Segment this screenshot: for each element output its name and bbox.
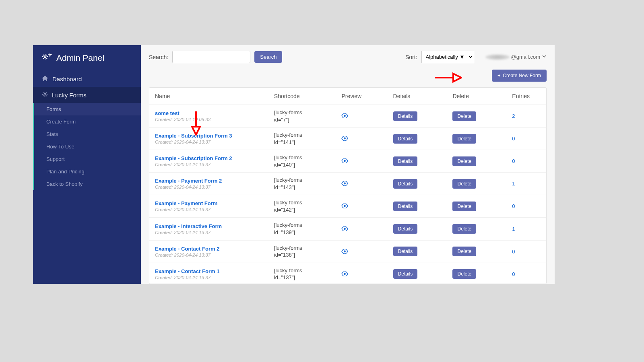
col-delete: Delete — [447, 88, 506, 105]
delete-button[interactable]: Delete — [452, 269, 476, 279]
form-name-link[interactable]: Example - Subscription Form 3 — [155, 133, 263, 139]
details-button[interactable]: Details — [393, 111, 418, 121]
svg-point-32 — [344, 273, 346, 275]
entries-link[interactable]: 0 — [512, 158, 515, 164]
form-name-link[interactable]: Example - Interactive Form — [155, 223, 263, 229]
svg-point-27 — [344, 160, 346, 162]
entries-link[interactable]: 0 — [512, 249, 515, 255]
delete-button[interactable]: Delete — [452, 224, 476, 234]
gears-icon — [42, 52, 52, 63]
details-button[interactable]: Details — [393, 179, 418, 189]
forms-table: Name Shortcode Preview Details Delete En… — [149, 87, 547, 284]
entries-link[interactable]: 0 — [512, 136, 515, 142]
delete-button[interactable]: Delete — [452, 179, 476, 189]
topbar: Search: Search Sort: Alphabetically ▼ @g… — [141, 45, 555, 67]
svg-point-29 — [344, 205, 346, 207]
svg-point-25 — [344, 115, 346, 117]
eye-icon[interactable] — [341, 158, 348, 165]
table-row: Example - Payment FormCreated: 2020-04-2… — [149, 195, 546, 218]
eye-icon[interactable] — [341, 113, 348, 119]
sidebar: Admin Panel Dashboard Lucky Forms Forms — [33, 45, 141, 284]
svg-line-6 — [46, 58, 47, 59]
entries-link[interactable]: 2 — [512, 113, 515, 119]
svg-line-20 — [46, 96, 47, 97]
sort-label: Sort: — [405, 54, 417, 60]
delete-button[interactable]: Delete — [452, 247, 476, 256]
gear-icon — [42, 91, 48, 99]
annotation-arrow-right-icon — [434, 72, 462, 83]
svg-point-9 — [49, 54, 50, 55]
table-row: Example - Contact Form 1Created: 2020-04… — [149, 263, 546, 284]
eye-icon[interactable] — [341, 203, 348, 210]
svg-line-21 — [43, 96, 44, 97]
eye-icon[interactable] — [341, 226, 348, 232]
search-label: Search: — [149, 54, 168, 60]
delete-button[interactable]: Delete — [452, 134, 476, 144]
subnav-item-stats[interactable]: Stats — [34, 128, 141, 140]
sort-select[interactable]: Alphabetically ▼ — [421, 51, 474, 63]
form-created-text: Created: 2020-04-24 13:37 — [155, 253, 263, 257]
form-name-link[interactable]: Example - Contact Form 2 — [155, 246, 263, 252]
eye-icon[interactable] — [341, 135, 348, 142]
details-button[interactable]: Details — [393, 269, 418, 279]
shortcode-text: [lucky-formsid="138"] — [268, 240, 336, 263]
plus-icon: + — [497, 73, 500, 78]
subnav-item-back-to-shopify[interactable]: Back to Shopify — [34, 178, 141, 190]
create-row: + Create New Form — [141, 67, 555, 87]
form-created-text: Created: 2020-04-24 13:37 — [155, 230, 263, 235]
table-row: Example - Interactive FormCreated: 2020-… — [149, 218, 546, 240]
user-menu[interactable]: @gmail.com — [485, 54, 547, 60]
entries-link[interactable]: 0 — [512, 203, 515, 209]
delete-button[interactable]: Delete — [452, 111, 476, 121]
shortcode-text: [lucky-formsid="139"] — [268, 218, 336, 240]
details-button[interactable]: Details — [393, 202, 418, 211]
entries-link[interactable]: 1 — [512, 181, 515, 187]
details-button[interactable]: Details — [393, 224, 418, 234]
create-new-form-button[interactable]: + Create New Form — [492, 70, 547, 82]
subnav-item-how-to-use[interactable]: How To Use — [34, 140, 141, 153]
svg-marker-24 — [453, 74, 461, 82]
table-row: some testCreated: 2020-04-19 08:33[lucky… — [149, 105, 546, 128]
details-button[interactable]: Details — [393, 247, 418, 256]
search-input[interactable] — [172, 51, 250, 63]
svg-point-30 — [344, 228, 346, 230]
subnav-item-support[interactable]: Support — [34, 153, 141, 165]
eye-icon[interactable] — [341, 180, 348, 187]
entries-link[interactable]: 1 — [512, 226, 515, 232]
create-button-label: Create New Form — [503, 73, 541, 78]
form-name-link[interactable]: some test — [155, 110, 263, 116]
entries-link[interactable]: 0 — [512, 271, 515, 277]
form-created-text: Created: 2020-04-19 08:33 — [155, 117, 263, 122]
eye-icon[interactable] — [341, 248, 348, 255]
shortcode-text: [lucky-formsid="142"] — [268, 195, 336, 218]
shortcode-text: [lucky-formsid="140"] — [268, 150, 336, 173]
brand-title: Admin Panel — [56, 53, 104, 63]
form-created-text: Created: 2020-04-24 13:37 — [155, 275, 263, 280]
form-name-link[interactable]: Example - Payment Form — [155, 200, 263, 206]
table-header-row: Name Shortcode Preview Details Delete En… — [149, 88, 546, 105]
delete-button[interactable]: Delete — [452, 156, 476, 166]
details-button[interactable]: Details — [393, 156, 418, 166]
svg-line-5 — [43, 55, 44, 56]
form-name-link[interactable]: Example - Payment Form 2 — [155, 178, 263, 184]
svg-point-28 — [344, 183, 346, 185]
subnav-item-forms[interactable]: Forms — [34, 103, 141, 115]
subnav-item-plan-pricing[interactable]: Plan and Pricing — [34, 165, 141, 178]
chevron-down-icon — [542, 54, 547, 60]
main-content: Search: Search Sort: Alphabetically ▼ @g… — [141, 45, 555, 284]
sidebar-item-lucky-forms[interactable]: Lucky Forms — [33, 87, 141, 103]
details-button[interactable]: Details — [393, 134, 418, 144]
svg-line-19 — [43, 93, 44, 93]
sidebar-item-dashboard[interactable]: Dashboard — [33, 71, 141, 87]
form-created-text: Created: 2020-04-24 13:37 — [155, 140, 263, 144]
svg-point-31 — [344, 250, 346, 252]
svg-line-22 — [46, 93, 47, 93]
search-button[interactable]: Search — [254, 51, 282, 63]
subnav-item-create-form[interactable]: Create Form — [34, 115, 141, 128]
form-name-link[interactable]: Example - Contact Form 1 — [155, 268, 263, 274]
sidebar-item-label: Lucky Forms — [52, 92, 87, 99]
delete-button[interactable]: Delete — [452, 202, 476, 211]
form-name-link[interactable]: Example - Subscription Form 2 — [155, 155, 263, 161]
eye-icon[interactable] — [341, 271, 348, 278]
col-shortcode: Shortcode — [268, 88, 336, 105]
